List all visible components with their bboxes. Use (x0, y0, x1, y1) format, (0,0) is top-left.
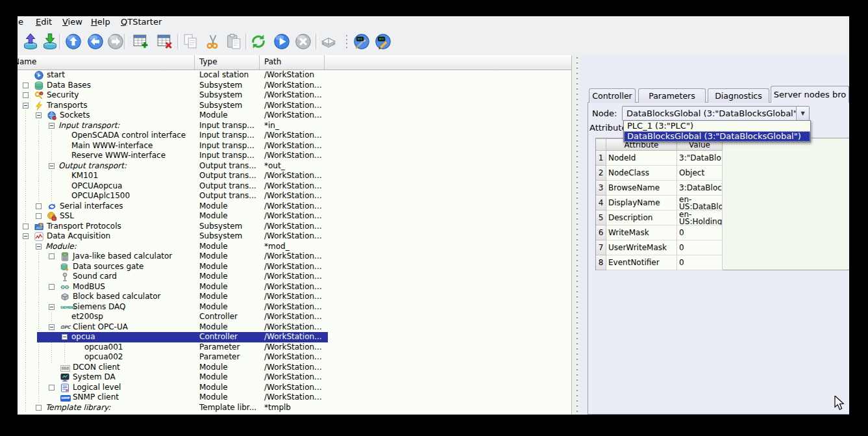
tab-parameters[interactable]: Parameters (638, 88, 706, 103)
up-button[interactable] (64, 32, 82, 51)
expand-toggle-icon[interactable] (49, 253, 55, 259)
expand-toggle-icon[interactable] (23, 83, 29, 88)
attribute-cell[interactable]: NodeClass (606, 166, 677, 181)
tree-row-input-transport[interactable]: Input transport:Input transp...*in_ (18, 121, 571, 131)
collapse-toggle-icon[interactable] (23, 233, 29, 239)
tree-row-et200sp[interactable]: et200spController/WorkStation... (18, 312, 571, 322)
value-cell[interactable]: 0 (677, 240, 723, 255)
collapse-toggle-icon[interactable] (23, 103, 29, 109)
tree-row-sockets[interactable]: SocketsModule/WorkStation... (18, 110, 571, 121)
splitter-handle[interactable] (572, 55, 580, 415)
tree-row-opcua002[interactable]: opcua002Parameter/WorkStation... (18, 352, 571, 363)
tree-row-transport-protocols[interactable]: Transport ProtocolsSubsystem/WorkStation… (18, 222, 571, 232)
toolbar-drag-handle[interactable] (345, 34, 348, 51)
tree-row-modbus[interactable]: ModBUSModule/WorkStation... (18, 282, 571, 292)
expand-toggle-icon[interactable] (36, 405, 42, 411)
tree-row-system-da[interactable]: System DAModule/WorkStation... (18, 372, 571, 383)
back-button[interactable] (86, 32, 105, 51)
tree-row-opcuaopcua[interactable]: OPCUAopcuaOutput trans.../WorkStation... (18, 181, 571, 192)
tree-row-opcuaplc1500[interactable]: OPCUAplc1500Output trans.../WorkStation.… (18, 191, 571, 201)
value-cell[interactable]: 0 (677, 225, 723, 240)
expand-toggle-icon[interactable] (23, 92, 29, 98)
tab-controller[interactable]: Controller (589, 88, 636, 103)
qtcfg-config-button[interactable] (353, 32, 371, 51)
menu-item-edit[interactable]: Edit (36, 17, 52, 27)
tree-row-opcua001[interactable]: opcua001Parameter/WorkStation... (18, 342, 571, 353)
menu-item-help[interactable]: Help (91, 17, 110, 27)
tree-row-reserve-www-interface[interactable]: Reserve WWW-interfaceInput transp.../Wor… (18, 151, 571, 161)
tree-row-sound-card[interactable]: Sound cardModule/WorkStation... (18, 272, 571, 282)
tree-row-logical-level[interactable]: Logical levelModule/WorkStation... (18, 383, 571, 393)
stop-button[interactable] (294, 32, 312, 51)
collapse-toggle-icon[interactable] (49, 324, 55, 330)
tree-row-template-library[interactable]: Template library:Template libr...*tmplb (18, 403, 571, 413)
value-cell[interactable]: 0 (677, 255, 723, 270)
value-cell[interactable]: 3:"DataBlo (677, 151, 723, 166)
attribute-cell[interactable]: Description (606, 211, 677, 225)
tree-row-module[interactable]: Module:Module*mod_ (18, 242, 571, 252)
attribute-cell[interactable]: WriteMask (606, 225, 677, 240)
tree-header-path[interactable]: Path (260, 55, 325, 70)
tree-row-snmp-client[interactable]: SNMPSNMP clientModule/WorkStation... (18, 392, 571, 403)
tree-row-transports[interactable]: TransportsSubsystem/WorkStation... (18, 101, 571, 111)
value-cell[interactable]: Object (677, 166, 723, 181)
tree-row-data-bases[interactable]: Data BasesSubsystem/WorkStation... (18, 81, 571, 91)
start-button[interactable] (273, 32, 291, 51)
menu-item-qtstarter[interactable]: QTStarter (121, 17, 162, 27)
load-from-db-button[interactable] (21, 32, 40, 51)
save-to-db-button[interactable] (41, 32, 59, 51)
tree-row-dcon-client[interactable]: 888DCON clientModule/WorkStation... (18, 363, 571, 373)
tree-row-security[interactable]: SecuritySubsystem/WorkStation... (18, 90, 571, 101)
expand-toggle-icon[interactable] (23, 224, 29, 229)
tree-row-main-www-interface[interactable]: Main WWW-interfaceInput transp.../WorkSt… (18, 141, 571, 151)
node-combobox[interactable]: DataBlocksGlobal (3:"DataBlocksGlobal") … (622, 106, 810, 121)
tree-row-java-like-based-calculator[interactable]: Java-like based calculatorModule/WorkSta… (18, 251, 571, 262)
attribute-cell[interactable]: EventNotifier (606, 255, 677, 270)
paste-item-button[interactable] (225, 32, 243, 51)
menu-item-e[interactable]: e (18, 17, 23, 27)
attribute-cell[interactable]: NodeId (606, 151, 677, 166)
expand-toggle-icon[interactable] (49, 284, 55, 290)
delete-item-button[interactable] (156, 32, 174, 51)
attribute-cell[interactable]: UserWriteMask (606, 240, 677, 255)
tree-row-data-acquisition[interactable]: Data AcquisitionSubsystem/WorkStation... (18, 231, 571, 242)
value-cell[interactable]: en- US:DataBlo (677, 196, 723, 211)
tree-row-output-transport[interactable]: Output transport:Output trans...*out_ (18, 161, 571, 172)
tree-row-serial-interfaces[interactable]: Serial interfacesModule/WorkStation... (18, 201, 571, 212)
tree-row-siemens-daq[interactable]: SIEMENSSiemens DAQModule/WorkStation... (18, 302, 571, 313)
tree-row-data-sources-gate[interactable]: Data sources gateModule/WorkStation... (18, 262, 571, 272)
tree-row-km101[interactable]: KM101Output trans.../WorkStation... (18, 171, 571, 181)
collapse-toggle-icon[interactable] (49, 123, 55, 129)
menu-item-view[interactable]: View (62, 17, 82, 27)
cut-item-button[interactable] (204, 32, 222, 51)
value-cell[interactable]: en- US:Holding (677, 211, 723, 225)
tree-row-opcua[interactable]: opcuaController/WorkStation... (18, 332, 571, 342)
collapse-toggle-icon[interactable] (49, 304, 55, 310)
chevron-down-icon[interactable]: ▼ (796, 107, 809, 120)
tree-row-ssl[interactable]: SSLModule/WorkStation... (18, 211, 571, 222)
tree-row-block-based-calculator[interactable]: Block based calculatorModule/WorkStation… (18, 292, 571, 302)
expand-toggle-icon[interactable] (36, 203, 42, 209)
tree-row-start[interactable]: startLocal station/WorkStation (18, 70, 571, 81)
qtcfg-edit-button[interactable] (374, 32, 392, 51)
dropdown-option-datablocksglobal-3-datablocksglobal[interactable]: DataBlocksGlobal (3:"DataBlocksGlobal") (624, 131, 810, 142)
collapse-toggle-icon[interactable] (62, 334, 68, 340)
expand-toggle-icon[interactable] (36, 213, 42, 219)
value-cell[interactable]: 3:DataBloc (677, 181, 723, 196)
tree-row-openscada-control-interface[interactable]: OpenSCADA control interfaceInput transp.… (18, 131, 571, 141)
dropdown-option-plc-1-3-plc[interactable]: PLC_1 (3:"PLC") (624, 121, 810, 131)
tab-diagnostics[interactable]: Diagnostics (708, 88, 769, 103)
add-item-button[interactable] (132, 32, 150, 51)
forward-button[interactable] (106, 32, 125, 51)
tree-header-type[interactable]: Type (195, 55, 260, 70)
manual-button[interactable] (319, 32, 338, 51)
refresh-button[interactable] (249, 32, 267, 51)
collapse-toggle-icon[interactable] (49, 163, 55, 169)
collapse-toggle-icon[interactable] (36, 112, 42, 118)
tree-header-name[interactable]: Name (18, 55, 195, 70)
tab-server-nodes-bro[interactable]: Server nodes bro (771, 86, 849, 103)
collapse-toggle-icon[interactable] (36, 244, 42, 250)
expand-toggle-icon[interactable] (49, 385, 55, 391)
attribute-cell[interactable]: BrowseName (606, 181, 677, 196)
copy-item-button[interactable] (182, 32, 200, 51)
